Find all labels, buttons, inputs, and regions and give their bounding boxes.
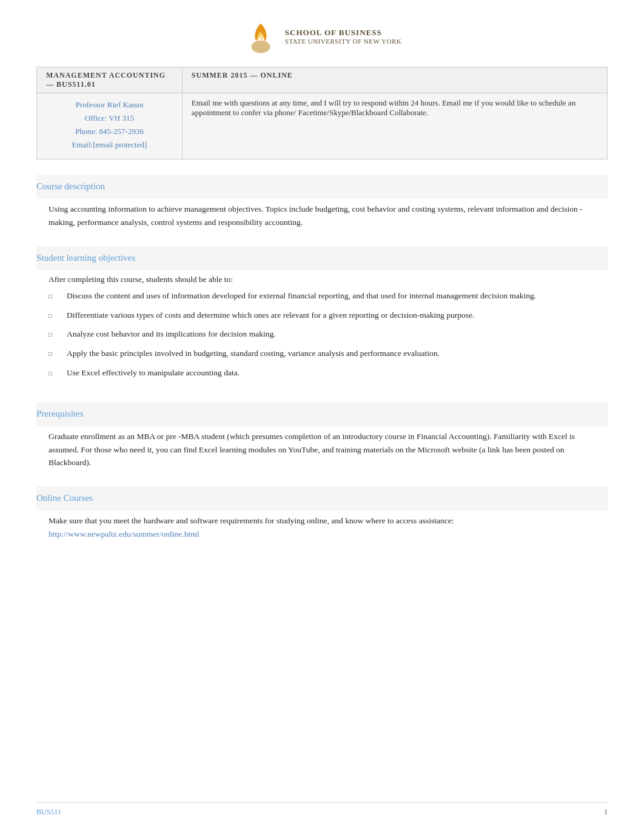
objectives-list: □ Discuss the content and uses of inform… [36,289,608,389]
prerequisites-text: Graduate enrollment as an MBA or pre -MB… [36,426,608,473]
school-logo-icon [243,18,279,55]
online-courses-content: Make sure that you meet the hardware and… [36,511,608,544]
email-link[interactable]: [email protected] [93,140,147,149]
student-objectives-section: Student learning objectives After comple… [36,246,608,389]
logo-text: SCHOOL OF BUSINESS STATE UNIVERSITY OF N… [285,28,401,45]
online-courses-heading: Online Courses [36,491,608,505]
course-description-section: Course description Using accounting info… [36,175,608,232]
bullet-icon: □ [49,311,67,321]
professor-name: Professor Rief Kanan [46,98,173,112]
page-footer: BUS511 1 [36,802,608,817]
course-info-table: MANAGEMENT ACCOUNTING — BUS511.01 SUMMER… [36,67,608,159]
list-item: □ Use Excel effectively to manipulate ac… [49,366,595,380]
email-info: Email:[email protected] [46,138,173,152]
header-logo: SCHOOL OF BUSINESS STATE UNIVERSITY OF N… [36,0,608,67]
prerequisites-section: Prerequisites Graduate enrollment as an … [36,402,608,473]
footer-page-number: 1 [604,808,608,817]
semester-header: SUMMER 2015 — ONLINE [182,67,607,93]
objective-text-1: Discuss the content and uses of informat… [67,289,595,303]
email-label: Email: [72,140,93,149]
bullet-icon: □ [49,349,67,359]
logo-line1: SCHOOL OF BUSINESS [285,28,401,38]
bullet-icon: □ [49,330,67,340]
bullet-icon: □ [49,292,67,301]
course-description-text: Using accounting information to achieve … [36,199,608,232]
prerequisites-heading: Prerequisites [36,406,608,420]
professor-info-cell: Professor Rief Kanan Office: VH 315 Phon… [37,93,183,159]
objective-text-3: Analyze cost behavior and its implicatio… [67,327,595,341]
contact-info-cell: Email me with questions at any time, and… [182,93,607,159]
course-title-header: MANAGEMENT ACCOUNTING — BUS511.01 [37,67,183,93]
footer-course-code: BUS511 [36,808,61,817]
list-item: □ Analyze cost behavior and its implicat… [49,327,595,341]
online-courses-text: Make sure that you meet the hardware and… [49,516,454,525]
online-courses-section: Online Courses Make sure that you meet t… [36,486,608,544]
objective-text-2: Differentiate various types of costs and… [67,309,595,322]
bullet-icon: □ [49,369,67,378]
svg-point-0 [251,41,270,53]
course-description-heading: Course description [36,179,608,193]
online-courses-link[interactable]: http://www.newpaltz.edu/summer/online.ht… [49,529,199,538]
objectives-intro: After completing this course, students s… [36,270,608,290]
contact-text: Email me with questions at any time, and… [192,98,575,117]
list-item: □ Differentiate various types of costs a… [49,309,595,322]
objective-text-5: Use Excel effectively to manipulate acco… [67,366,595,380]
office-info: Office: VH 315 [46,112,173,125]
list-item: □ Apply the basic principles involved in… [49,347,595,360]
list-item: □ Discuss the content and uses of inform… [49,289,595,303]
logo-line2: STATE UNIVERSITY OF NEW YORK [285,38,401,45]
phone-info: Phone: 845-257-2936 [46,125,173,138]
student-objectives-heading: Student learning objectives [36,250,608,264]
objective-text-4: Apply the basic principles involved in b… [67,347,595,360]
